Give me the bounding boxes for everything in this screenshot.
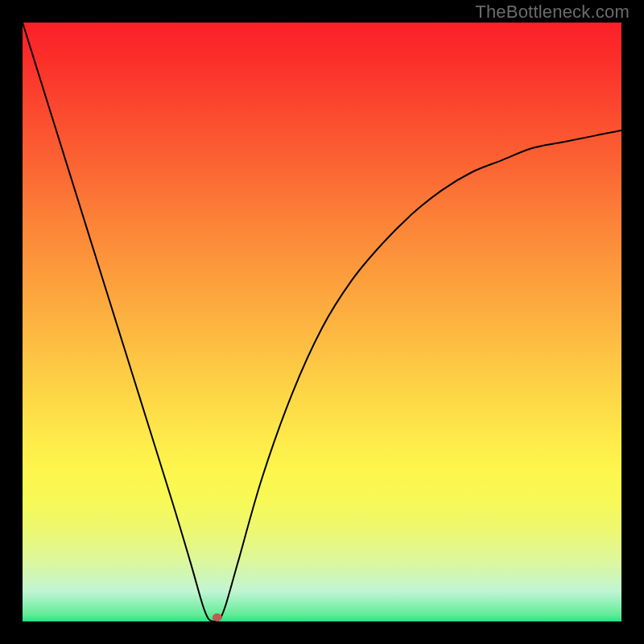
- minimum-marker: [213, 613, 222, 621]
- chart-frame: TheBottleneck.com: [0, 0, 644, 644]
- bottleneck-curve: [23, 23, 621, 621]
- watermark-text: TheBottleneck.com: [475, 2, 630, 23]
- curve-layer: [23, 23, 621, 621]
- plot-area: [23, 23, 621, 621]
